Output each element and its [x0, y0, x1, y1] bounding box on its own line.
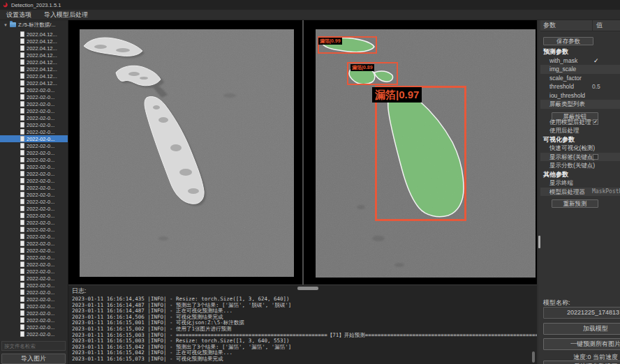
- tree-item[interactable]: 2022-02-0...: [0, 247, 68, 254]
- tree-item[interactable]: 2022-02-0...: [0, 149, 68, 156]
- tree-item[interactable]: 2022-02-0...: [0, 282, 68, 289]
- checkbox-unchecked[interactable]: [593, 154, 598, 160]
- detection-label: 漏箔|0.89: [350, 64, 374, 71]
- tree-item[interactable]: 2022-02-0...: [0, 205, 68, 212]
- model-name-field[interactable]: 20221225_174813: [543, 307, 620, 319]
- tree-item-label: 2022-02-0...: [27, 241, 54, 247]
- menu-item-import-postprocess[interactable]: 导入模型后处理: [38, 10, 94, 20]
- detection-box: [375, 86, 466, 221]
- tree-item[interactable]: 2022-02-0...: [0, 114, 68, 121]
- tree-item[interactable]: 2022-02-0...: [0, 184, 68, 191]
- log-hscrollbar-thumb[interactable]: [297, 287, 318, 290]
- param-row[interactable]: iou_threshold: [540, 91, 620, 100]
- tree-item[interactable]: 2022.04.12...: [0, 66, 68, 73]
- tree-item[interactable]: 2022-02-0...: [0, 86, 68, 93]
- tree-item[interactable]: 2022-02-0...: [0, 240, 68, 247]
- tree-item[interactable]: 2022-02-0...: [0, 268, 68, 275]
- param-label: 显示分数(关键点): [549, 162, 595, 169]
- checkbox-checked[interactable]: ✓: [593, 119, 598, 125]
- tree-item-label: 2022-02-0...: [27, 275, 54, 282]
- file-icon: [20, 38, 24, 44]
- param-row[interactable]: scale_factor: [540, 74, 620, 83]
- title-bar: Detection_2023.1.5.1: [0, 0, 620, 10]
- tree-item[interactable]: 2022-02-0...: [0, 142, 68, 149]
- tree-item[interactable]: 2022-02-0...: [0, 128, 68, 135]
- param-row[interactable]: threshold0.5: [540, 82, 620, 91]
- param-row[interactable]: 显示分数(关键点): [540, 161, 620, 170]
- tree-item[interactable]: 2022-02-0...: [0, 156, 68, 163]
- tree-item[interactable]: 2022-02-0...: [0, 310, 68, 317]
- tree-item[interactable]: 2022.04.12...: [0, 52, 68, 59]
- param-row[interactable]: img_scale: [540, 65, 620, 74]
- tree-item[interactable]: 2022.04.12...: [0, 73, 68, 79]
- tree-item[interactable]: 2022-02-0...: [0, 93, 68, 100]
- tree-item[interactable]: 2022-02-0...: [0, 170, 68, 177]
- original-image: [80, 29, 294, 277]
- tree-item[interactable]: 2022-02-0...: [0, 177, 68, 184]
- tree-item[interactable]: 2022.04.12...: [0, 31, 68, 38]
- tree-item[interactable]: 2022.04.12...: [0, 79, 68, 86]
- tree-item-label: 2022-02-0...: [27, 331, 54, 338]
- tree-item[interactable]: 2022-02-0...: [0, 212, 68, 219]
- param-row[interactable]: 模型后处理器MaskPostPro: [540, 188, 620, 197]
- file-icon: [20, 178, 24, 183]
- predict-all-button[interactable]: 一键预测所有图片: [543, 338, 620, 350]
- tree-item[interactable]: 2022-02-0...: [0, 135, 68, 142]
- tree-item[interactable]: 2022.04.12...: [0, 59, 68, 66]
- chevron-down-icon[interactable]: ▼: [3, 23, 8, 27]
- tree-item[interactable]: 2022-02-0...: [0, 191, 68, 198]
- tree-item[interactable]: 2022-02-0...: [0, 296, 68, 303]
- tree-item[interactable]: 2022-02-0...: [0, 198, 68, 205]
- tree-item[interactable]: 2022-02-0...: [0, 275, 68, 282]
- search-input[interactable]: [1, 341, 66, 351]
- tree-item-label: 2022.04.12...: [27, 59, 57, 66]
- params-scrollbar-thumb[interactable]: [538, 236, 540, 248]
- tree-root[interactable]: ▼ Z:/5-标注数据/...: [0, 20, 68, 29]
- detection-label: 漏箔|0.97: [372, 87, 422, 103]
- tree-item[interactable]: 2022-02-0...: [0, 219, 68, 226]
- tree-item[interactable]: 2022-02-0...: [0, 289, 68, 296]
- tree-item[interactable]: 2022-02-0...: [0, 254, 68, 261]
- tree-item[interactable]: 2022-02-0...: [0, 303, 68, 310]
- param-row[interactable]: with_mask✓: [540, 56, 620, 66]
- log-vscrollbar-thumb[interactable]: [532, 351, 535, 363]
- checkmark-icon[interactable]: ✓: [593, 56, 599, 66]
- load-model-button[interactable]: 加载模型: [543, 323, 620, 335]
- tree-item[interactable]: 2022-02-0...: [0, 324, 68, 331]
- tree-item[interactable]: 2022-02-0...: [0, 107, 68, 114]
- param-row[interactable]: 快速可视化(检测): [540, 144, 620, 153]
- file-icon: [20, 136, 24, 142]
- tree-item[interactable]: 2022-02-0...: [0, 317, 68, 324]
- file-icon: [20, 52, 24, 58]
- tree-item[interactable]: 2022-02-0...: [0, 261, 68, 268]
- tree-item[interactable]: 2022-02-0...: [0, 233, 68, 240]
- postprocess-settings-button[interactable]: 后处理参数设置: [543, 361, 620, 364]
- param-row[interactable]: 使用模型后处理✓: [540, 118, 620, 127]
- param-row[interactable]: 显示标签(关键点): [540, 153, 620, 162]
- param-row[interactable]: 屏蔽类型列表: [540, 100, 620, 109]
- param-label: 屏蔽类型列表: [549, 100, 585, 107]
- tree-item[interactable]: 2022-02-0...: [0, 100, 68, 107]
- tree-item[interactable]: 2022-02-0...: [0, 163, 68, 170]
- tree-item-label: 2022-02-0...: [27, 164, 54, 170]
- file-icon: [20, 45, 24, 51]
- viewer-splitter[interactable]: [302, 20, 304, 285]
- prediction-image-view[interactable]: 漏箔|0.99 漏箔|0.89 漏箔|0.97: [316, 29, 536, 278]
- menu-item-settings[interactable]: 设置选项: [0, 10, 38, 20]
- tree-item[interactable]: 2022.04.12...: [0, 45, 68, 52]
- save-params-button[interactable]: 保存参数: [543, 37, 593, 45]
- log-lines[interactable]: 2023-01-11 16:16:14,435 |INFO| - Resize:…: [68, 296, 537, 363]
- tree-item-label: 2022-02-0...: [27, 234, 54, 240]
- param-row[interactable]: 显示终端: [540, 179, 620, 188]
- original-image-view[interactable]: [80, 29, 294, 277]
- param-action-button[interactable]: 重新预测: [552, 199, 598, 208]
- file-icon: [20, 94, 24, 100]
- menu-bar: 设置选项 导入模型后处理: [0, 10, 620, 20]
- import-images-button[interactable]: 导入图片: [1, 354, 66, 364]
- param-row[interactable]: 使用后处理: [540, 126, 620, 135]
- tree-item-label: 2022.04.12...: [27, 38, 57, 45]
- tree-item[interactable]: 2022.04.12...: [0, 38, 68, 45]
- tree-item[interactable]: 2022-02-0...: [0, 226, 68, 233]
- tree-item[interactable]: 2022-02-0...: [0, 331, 68, 338]
- tree-item[interactable]: 2022-02-0...: [0, 121, 68, 128]
